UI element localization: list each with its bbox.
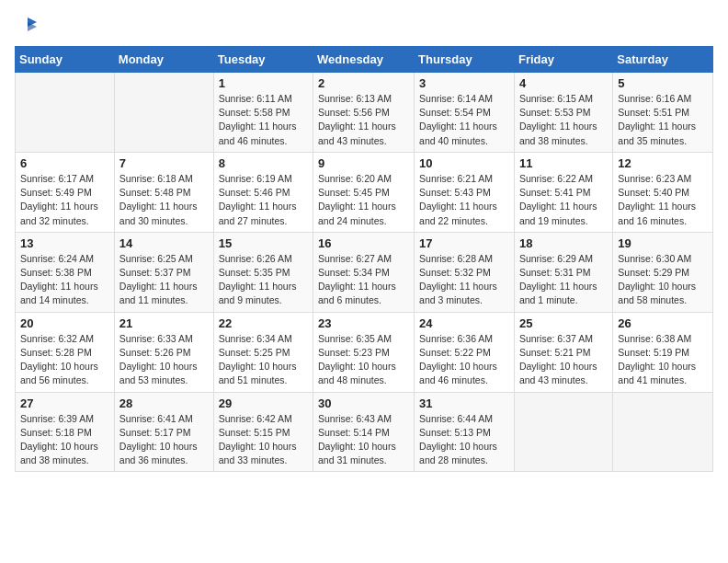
day-info: Sunrise: 6:19 AM Sunset: 5:46 PM Dayligh… <box>219 172 308 228</box>
day-number: 21 <box>119 316 209 330</box>
day-info: Sunrise: 6:32 AM Sunset: 5:28 PM Dayligh… <box>20 332 109 388</box>
day-number: 7 <box>119 156 209 170</box>
weekday-header-tuesday: Tuesday <box>213 47 313 73</box>
day-info: Sunrise: 6:11 AM Sunset: 5:58 PM Dayligh… <box>219 92 308 148</box>
calendar-cell <box>613 392 713 472</box>
calendar-cell: 30Sunrise: 6:43 AM Sunset: 5:14 PM Dayli… <box>313 392 415 472</box>
calendar-cell: 9Sunrise: 6:20 AM Sunset: 5:45 PM Daylig… <box>313 152 415 232</box>
day-info: Sunrise: 6:41 AM Sunset: 5:17 PM Dayligh… <box>119 412 209 468</box>
calendar-cell: 16Sunrise: 6:27 AM Sunset: 5:34 PM Dayli… <box>313 232 415 312</box>
calendar-cell: 13Sunrise: 6:24 AM Sunset: 5:38 PM Dayli… <box>16 232 115 312</box>
calendar-cell: 6Sunrise: 6:17 AM Sunset: 5:49 PM Daylig… <box>16 152 115 232</box>
weekday-header-wednesday: Wednesday <box>313 47 415 73</box>
day-number: 28 <box>119 396 209 410</box>
weekday-header-thursday: Thursday <box>415 47 515 73</box>
day-number: 6 <box>20 156 109 170</box>
day-info: Sunrise: 6:16 AM Sunset: 5:51 PM Dayligh… <box>618 92 708 148</box>
calendar-cell: 27Sunrise: 6:39 AM Sunset: 5:18 PM Dayli… <box>16 392 115 472</box>
calendar-cell: 3Sunrise: 6:14 AM Sunset: 5:54 PM Daylig… <box>415 73 515 153</box>
day-number: 20 <box>20 316 109 330</box>
weekday-header-sunday: Sunday <box>16 47 115 73</box>
day-info: Sunrise: 6:28 AM Sunset: 5:32 PM Dayligh… <box>419 252 509 308</box>
calendar-cell: 21Sunrise: 6:33 AM Sunset: 5:26 PM Dayli… <box>114 312 213 392</box>
day-info: Sunrise: 6:26 AM Sunset: 5:35 PM Dayligh… <box>219 252 308 308</box>
day-number: 26 <box>618 316 708 330</box>
page-header <box>15 15 713 35</box>
day-info: Sunrise: 6:33 AM Sunset: 5:26 PM Dayligh… <box>119 332 209 388</box>
day-info: Sunrise: 6:13 AM Sunset: 5:56 PM Dayligh… <box>318 92 409 148</box>
calendar-cell: 20Sunrise: 6:32 AM Sunset: 5:28 PM Dayli… <box>16 312 115 392</box>
day-number: 29 <box>219 396 308 410</box>
day-number: 15 <box>219 236 308 250</box>
day-number: 30 <box>318 396 409 410</box>
calendar-week-row: 27Sunrise: 6:39 AM Sunset: 5:18 PM Dayli… <box>16 392 713 472</box>
logo <box>15 15 37 35</box>
day-info: Sunrise: 6:27 AM Sunset: 5:34 PM Dayligh… <box>318 252 409 308</box>
day-info: Sunrise: 6:23 AM Sunset: 5:40 PM Dayligh… <box>618 172 708 228</box>
day-info: Sunrise: 6:30 AM Sunset: 5:29 PM Dayligh… <box>618 252 708 308</box>
day-number: 24 <box>419 316 509 330</box>
calendar-cell: 18Sunrise: 6:29 AM Sunset: 5:31 PM Dayli… <box>514 232 612 312</box>
calendar-cell: 29Sunrise: 6:42 AM Sunset: 5:15 PM Dayli… <box>213 392 313 472</box>
calendar-cell: 31Sunrise: 6:44 AM Sunset: 5:13 PM Dayli… <box>415 392 515 472</box>
calendar-cell: 14Sunrise: 6:25 AM Sunset: 5:37 PM Dayli… <box>114 232 213 312</box>
day-info: Sunrise: 6:25 AM Sunset: 5:37 PM Dayligh… <box>119 252 209 308</box>
day-number: 5 <box>618 76 708 90</box>
day-number: 25 <box>519 316 608 330</box>
day-number: 22 <box>219 316 308 330</box>
calendar-cell <box>114 73 213 153</box>
day-info: Sunrise: 6:22 AM Sunset: 5:41 PM Dayligh… <box>519 172 608 228</box>
calendar-cell: 4Sunrise: 6:15 AM Sunset: 5:53 PM Daylig… <box>514 73 612 153</box>
calendar-cell <box>514 392 612 472</box>
calendar-cell: 12Sunrise: 6:23 AM Sunset: 5:40 PM Dayli… <box>613 152 713 232</box>
day-info: Sunrise: 6:14 AM Sunset: 5:54 PM Dayligh… <box>419 92 509 148</box>
day-number: 12 <box>618 156 708 170</box>
calendar-cell: 28Sunrise: 6:41 AM Sunset: 5:17 PM Dayli… <box>114 392 213 472</box>
day-info: Sunrise: 6:43 AM Sunset: 5:14 PM Dayligh… <box>318 412 409 468</box>
day-number: 16 <box>318 236 409 250</box>
day-number: 18 <box>519 236 608 250</box>
day-info: Sunrise: 6:34 AM Sunset: 5:25 PM Dayligh… <box>219 332 308 388</box>
day-number: 11 <box>519 156 608 170</box>
day-info: Sunrise: 6:37 AM Sunset: 5:21 PM Dayligh… <box>519 332 608 388</box>
calendar-cell: 19Sunrise: 6:30 AM Sunset: 5:29 PM Dayli… <box>613 232 713 312</box>
weekday-header-row: SundayMondayTuesdayWednesdayThursdayFrid… <box>16 47 713 73</box>
day-number: 19 <box>618 236 708 250</box>
day-number: 10 <box>419 156 509 170</box>
day-number: 4 <box>519 76 608 90</box>
day-number: 17 <box>419 236 509 250</box>
calendar-cell <box>16 73 115 153</box>
day-info: Sunrise: 6:38 AM Sunset: 5:19 PM Dayligh… <box>618 332 708 388</box>
day-info: Sunrise: 6:18 AM Sunset: 5:48 PM Dayligh… <box>119 172 209 228</box>
calendar-cell: 8Sunrise: 6:19 AM Sunset: 5:46 PM Daylig… <box>213 152 313 232</box>
day-info: Sunrise: 6:15 AM Sunset: 5:53 PM Dayligh… <box>519 92 608 148</box>
day-number: 2 <box>318 76 409 90</box>
weekday-header-monday: Monday <box>114 47 213 73</box>
day-info: Sunrise: 6:20 AM Sunset: 5:45 PM Dayligh… <box>318 172 409 228</box>
day-info: Sunrise: 6:17 AM Sunset: 5:49 PM Dayligh… <box>20 172 109 228</box>
calendar-cell: 25Sunrise: 6:37 AM Sunset: 5:21 PM Dayli… <box>514 312 612 392</box>
calendar-cell: 5Sunrise: 6:16 AM Sunset: 5:51 PM Daylig… <box>613 73 713 153</box>
day-info: Sunrise: 6:21 AM Sunset: 5:43 PM Dayligh… <box>419 172 509 228</box>
day-info: Sunrise: 6:29 AM Sunset: 5:31 PM Dayligh… <box>519 252 608 308</box>
weekday-header-saturday: Saturday <box>613 47 713 73</box>
weekday-header-friday: Friday <box>514 47 612 73</box>
logo-icon <box>17 15 37 35</box>
day-number: 27 <box>20 396 109 410</box>
day-number: 9 <box>318 156 409 170</box>
calendar-cell: 17Sunrise: 6:28 AM Sunset: 5:32 PM Dayli… <box>415 232 515 312</box>
day-number: 8 <box>219 156 308 170</box>
calendar-cell: 23Sunrise: 6:35 AM Sunset: 5:23 PM Dayli… <box>313 312 415 392</box>
calendar-cell: 2Sunrise: 6:13 AM Sunset: 5:56 PM Daylig… <box>313 73 415 153</box>
calendar-cell: 24Sunrise: 6:36 AM Sunset: 5:22 PM Dayli… <box>415 312 515 392</box>
day-info: Sunrise: 6:44 AM Sunset: 5:13 PM Dayligh… <box>419 412 509 468</box>
calendar-cell: 7Sunrise: 6:18 AM Sunset: 5:48 PM Daylig… <box>114 152 213 232</box>
calendar-cell: 22Sunrise: 6:34 AM Sunset: 5:25 PM Dayli… <box>213 312 313 392</box>
calendar-week-row: 20Sunrise: 6:32 AM Sunset: 5:28 PM Dayli… <box>16 312 713 392</box>
day-number: 1 <box>219 76 308 90</box>
calendar-table: SundayMondayTuesdayWednesdayThursdayFrid… <box>15 46 713 472</box>
calendar-cell: 10Sunrise: 6:21 AM Sunset: 5:43 PM Dayli… <box>415 152 515 232</box>
day-number: 23 <box>318 316 409 330</box>
calendar-cell: 11Sunrise: 6:22 AM Sunset: 5:41 PM Dayli… <box>514 152 612 232</box>
calendar-cell: 26Sunrise: 6:38 AM Sunset: 5:19 PM Dayli… <box>613 312 713 392</box>
